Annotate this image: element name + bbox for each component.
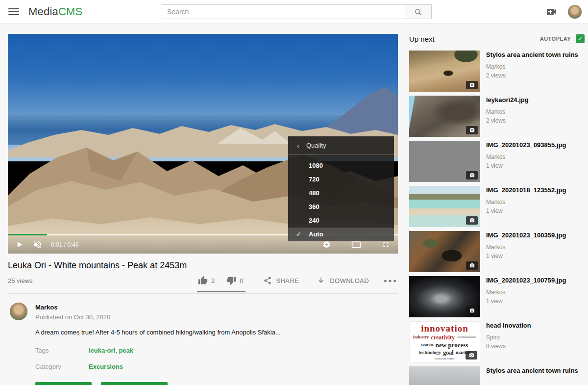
- item-views: 8 views: [486, 343, 531, 350]
- like-dislike-group: 2 0: [198, 276, 245, 285]
- media-thumbnail[interactable]: [409, 141, 480, 182]
- theater-mode-icon: [351, 241, 361, 249]
- image-type-badge: [466, 307, 478, 315]
- media-thumbnail[interactable]: [409, 366, 480, 385]
- search-bar: [162, 4, 432, 19]
- quality-option[interactable]: ✓ Auto: [288, 228, 394, 241]
- item-views: 2 views: [486, 72, 578, 79]
- upload-media-button[interactable]: [545, 6, 558, 18]
- delete-media-button[interactable]: DELETE MEDIA: [101, 382, 168, 385]
- camera-icon: [469, 82, 475, 88]
- up-next-list: Stylos area ancient town ruins Markos 2 …: [409, 51, 585, 385]
- category-label: Category: [35, 363, 89, 370]
- item-author[interactable]: Markos: [486, 108, 529, 115]
- up-next-item[interactable]: Stylos area ancient town ruins Markos 2 …: [409, 51, 585, 92]
- item-author[interactable]: Markos: [486, 199, 566, 205]
- quality-option[interactable]: ✓ 360: [288, 200, 394, 214]
- item-title[interactable]: Stylos area ancient town ruins: [486, 51, 578, 59]
- search-icon: [414, 8, 422, 16]
- media-thumbnail[interactable]: [409, 231, 480, 272]
- quality-menu: ‹ Quality ✓ 1080 ✓ 720 ✓: [288, 136, 394, 241]
- quality-option[interactable]: ✓ 240: [288, 214, 394, 228]
- up-next-item[interactable]: IMG_20201023_100759.jpg Markos 1 view: [409, 276, 585, 317]
- up-next-item[interactable]: IMG_20201023_093855.jpg Markos 1 view: [409, 141, 585, 182]
- volume-muted-icon: [33, 240, 42, 249]
- up-next-item[interactable]: innovationindustrycreativityorganization…: [409, 321, 585, 362]
- up-next-item[interactable]: IMG_20201023_100359.jpg Markos 1 view: [409, 231, 585, 272]
- author-name[interactable]: Markos: [35, 304, 110, 311]
- image-type-badge: [466, 126, 478, 134]
- share-label: SHARE: [276, 277, 299, 284]
- media-thumbnail[interactable]: [409, 51, 480, 92]
- media-thumbnail[interactable]: innovationindustrycreativityorganization…: [409, 321, 480, 362]
- quality-option[interactable]: ✓ 720: [288, 173, 394, 186]
- tag-link[interactable]: leuka-ori: [89, 347, 115, 354]
- autoplay-checkbox[interactable]: ✓: [576, 34, 585, 43]
- item-views: 1 view: [486, 253, 566, 259]
- item-author[interactable]: Markos: [486, 154, 566, 160]
- logo-media: Media: [28, 5, 58, 18]
- check-icon: ✓: [578, 35, 583, 42]
- camera-icon: [469, 263, 475, 268]
- item-views: 2 views: [486, 117, 529, 124]
- tag-link[interactable]: peak: [119, 347, 133, 354]
- item-title[interactable]: Stylos area ancient town ruins: [486, 367, 578, 375]
- check-icon: ✓: [296, 228, 301, 241]
- settings-button[interactable]: [322, 240, 331, 249]
- up-next-item[interactable]: IMG_20201018_123552.jpg Markos 1 view: [409, 186, 585, 227]
- view-count: 25 views: [8, 277, 33, 284]
- like-button[interactable]: 2: [198, 276, 215, 285]
- thumb-up-icon: [198, 276, 208, 285]
- item-title[interactable]: IMG_20201023_093855.jpg: [486, 141, 566, 150]
- search-input[interactable]: [162, 4, 405, 19]
- item-title[interactable]: head inovation: [486, 322, 531, 330]
- mute-button[interactable]: [33, 240, 42, 249]
- quality-option[interactable]: ✓ 480: [288, 186, 394, 200]
- up-next-item[interactable]: Stylos area ancient town ruins: [409, 366, 585, 385]
- camera-icon: [469, 353, 474, 358]
- up-next-item[interactable]: leykaori24.jpg Markos 2 views: [409, 96, 585, 137]
- author-avatar[interactable]: [10, 303, 27, 320]
- thumb-down-icon: [226, 276, 236, 285]
- quality-menu-header[interactable]: ‹ Quality: [288, 136, 394, 155]
- theater-mode-button[interactable]: [351, 241, 361, 249]
- tags-label: Tags: [35, 347, 89, 354]
- item-author[interactable]: Markos: [486, 63, 578, 70]
- autoplay-toggle[interactable]: AUTOPLAY ✓: [540, 34, 585, 43]
- search-button[interactable]: [405, 4, 432, 19]
- media-description: A dream comes true! After 4-5 hours of c…: [35, 329, 398, 336]
- fullscreen-button[interactable]: [382, 240, 390, 249]
- media-thumbnail[interactable]: [409, 276, 480, 317]
- publish-date: Published on Oct 30, 2020: [35, 313, 110, 321]
- item-title[interactable]: IMG_20201023_100359.jpg: [486, 231, 566, 240]
- play-button[interactable]: [16, 241, 23, 248]
- more-options-button[interactable]: ●●●: [384, 278, 398, 283]
- edit-media-button[interactable]: EDIT MEDIA: [35, 382, 92, 385]
- dislike-button[interactable]: 0: [226, 276, 243, 285]
- item-author[interactable]: Markos: [486, 244, 566, 251]
- logo-cms: CMS: [58, 5, 83, 18]
- menu-icon[interactable]: [8, 6, 19, 17]
- item-title[interactable]: leykaori24.jpg: [486, 96, 529, 104]
- video-player[interactable]: ‹ Quality ✓ 1080 ✓ 720 ✓: [8, 34, 398, 254]
- time-display: 0:01 / 0:46: [51, 241, 79, 248]
- media-main-column: ‹ Quality ✓ 1080 ✓ 720 ✓: [8, 34, 398, 385]
- up-next-sidebar: Up next AUTOPLAY ✓ Stylos area ancient t…: [409, 34, 585, 385]
- media-thumbnail[interactable]: [409, 96, 480, 137]
- app-logo[interactable]: MediaCMS: [28, 0, 82, 24]
- autoplay-label: AUTOPLAY: [540, 36, 571, 42]
- item-views: 1 view: [486, 298, 566, 305]
- user-avatar[interactable]: [568, 5, 582, 19]
- item-views: 1 view: [486, 162, 566, 169]
- camera-icon: [469, 218, 475, 223]
- category-link[interactable]: Excursions: [89, 363, 123, 370]
- share-button[interactable]: SHARE: [263, 276, 299, 285]
- download-button[interactable]: DOWNLOAD: [317, 276, 369, 285]
- item-title[interactable]: IMG_20201018_123552.jpg: [486, 186, 566, 195]
- media-thumbnail[interactable]: [409, 186, 480, 227]
- item-title[interactable]: IMG_20201023_100759.jpg: [486, 277, 566, 285]
- item-author[interactable]: Spiro: [486, 334, 531, 341]
- item-author[interactable]: Markos: [486, 289, 566, 296]
- quality-option[interactable]: ✓ 1080: [288, 159, 394, 173]
- media-meta: Tags leuka-ori, peak, Category Excursion…: [35, 347, 398, 370]
